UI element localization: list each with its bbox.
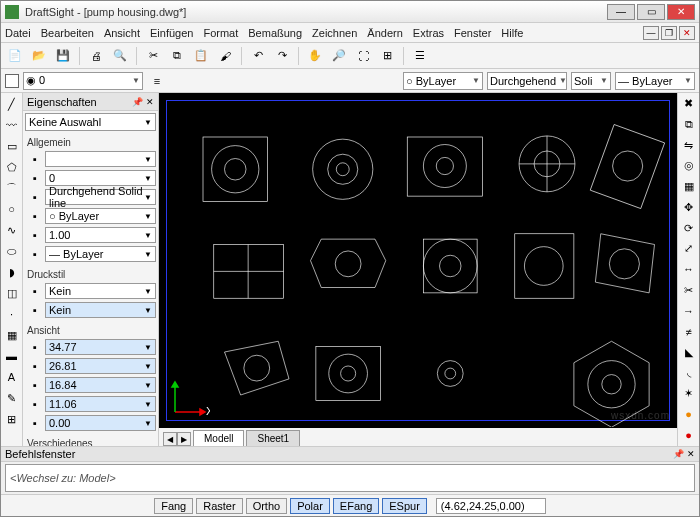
command-pin-icon[interactable]: 📌 ✕	[673, 449, 695, 459]
undo-icon[interactable]: ↶	[248, 46, 268, 66]
menu-fenster[interactable]: Fenster	[454, 27, 491, 39]
pin-icon[interactable]: 📌 ✕	[132, 97, 154, 107]
property-value[interactable]: 1.00▼	[45, 227, 156, 243]
circle-icon[interactable]: ○	[3, 200, 21, 218]
property-value[interactable]: 34.77▼	[45, 339, 156, 355]
command-input[interactable]: <Wechsel zu: Model>	[5, 464, 695, 492]
redo-icon[interactable]: ↷	[272, 46, 292, 66]
status-fang[interactable]: Fang	[154, 498, 193, 514]
table-icon[interactable]: ⊞	[3, 410, 21, 428]
paste-icon[interactable]: 📋	[191, 46, 211, 66]
offset-icon[interactable]: ◎	[680, 157, 698, 175]
close-button[interactable]: ✕	[667, 4, 695, 20]
note-icon[interactable]: ✎	[3, 389, 21, 407]
print-icon[interactable]: 🖨	[86, 46, 106, 66]
status-raster[interactable]: Raster	[196, 498, 242, 514]
polyline-icon[interactable]: 〰	[3, 116, 21, 134]
color-bylayer-combo[interactable]: ○ ByLayer▼	[403, 72, 483, 90]
linetype-combo[interactable]: Durchgehend▼	[487, 72, 567, 90]
ellipse-icon[interactable]: ⬭	[3, 242, 21, 260]
color-tool-icon[interactable]: ●	[680, 406, 698, 424]
trim-icon[interactable]: ✂	[680, 281, 698, 299]
property-value[interactable]: 0▼	[45, 170, 156, 186]
property-value[interactable]: 16.84▼	[45, 377, 156, 393]
extend-icon[interactable]: →	[680, 302, 698, 320]
explode-icon[interactable]: ✶	[680, 385, 698, 403]
copy2-icon[interactable]: ⧉	[680, 116, 698, 134]
layer-manager-icon[interactable]: ≡	[147, 71, 167, 91]
stretch-icon[interactable]: ↔	[680, 261, 698, 279]
drawing-canvas[interactable]: X wsxdn.com	[159, 93, 677, 428]
menu-bemassung[interactable]: Bemaßung	[248, 27, 302, 39]
plotstyle-combo[interactable]: — ByLayer▼	[615, 72, 695, 90]
text-icon[interactable]: A	[3, 368, 21, 386]
menu-hilfe[interactable]: Hilfe	[501, 27, 523, 39]
doc-minimize-button[interactable]: —	[643, 26, 659, 40]
doc-close-button[interactable]: ✕	[679, 26, 695, 40]
doc-restore-button[interactable]: ❐	[661, 26, 677, 40]
property-value[interactable]: ○ ByLayer▼	[45, 208, 156, 224]
scale2-icon[interactable]: ⤢	[680, 240, 698, 258]
tab-prev-icon[interactable]: ◀	[163, 432, 177, 446]
menu-einfuegen[interactable]: Einfügen	[150, 27, 193, 39]
block-icon[interactable]: ◫	[3, 284, 21, 302]
array-icon[interactable]: ▦	[680, 178, 698, 196]
arc-icon[interactable]: ⌒	[3, 179, 21, 197]
spline-icon[interactable]: ∿	[3, 221, 21, 239]
rotate-icon[interactable]: ⟳	[680, 219, 698, 237]
copy-icon[interactable]: ⧉	[167, 46, 187, 66]
menu-aendern[interactable]: Ändern	[367, 27, 402, 39]
properties-icon[interactable]: ☰	[410, 46, 430, 66]
color-swatch[interactable]	[5, 74, 19, 88]
zoom-icon[interactable]: 🔎	[329, 46, 349, 66]
move-icon[interactable]: ✥	[680, 199, 698, 217]
tab-next-icon[interactable]: ▶	[177, 432, 191, 446]
red-tool-icon[interactable]: ●	[680, 426, 698, 444]
property-value[interactable]: Kein▼	[45, 283, 156, 299]
pan-icon[interactable]: ✋	[305, 46, 325, 66]
minimize-button[interactable]: —	[607, 4, 635, 20]
rectangle-icon[interactable]: ▭	[3, 137, 21, 155]
tab-sheet1[interactable]: Sheet1	[246, 430, 300, 446]
selection-combo[interactable]: Keine Auswahl▼	[25, 113, 156, 131]
chamfer-icon[interactable]: ◣	[680, 343, 698, 361]
menu-extras[interactable]: Extras	[413, 27, 444, 39]
save-icon[interactable]: 💾	[53, 46, 73, 66]
property-value[interactable]: Durchgehend Solid line▼	[45, 189, 156, 205]
menu-bearbeiten[interactable]: Bearbeiten	[41, 27, 94, 39]
property-value[interactable]: 0.00▼	[45, 415, 156, 431]
tab-modell[interactable]: Modell	[193, 430, 244, 446]
property-value[interactable]: 11.06▼	[45, 396, 156, 412]
region-icon[interactable]: ▬	[3, 347, 21, 365]
menu-ansicht[interactable]: Ansicht	[104, 27, 140, 39]
new-icon[interactable]: 📄	[5, 46, 25, 66]
status-ortho[interactable]: Ortho	[246, 498, 288, 514]
mirror-icon[interactable]: ⇋	[680, 136, 698, 154]
lineweight-combo[interactable]: Soli▼	[571, 72, 611, 90]
brush-icon[interactable]: 🖌	[215, 46, 235, 66]
erase-icon[interactable]: ✖	[680, 95, 698, 113]
preview-icon[interactable]: 🔍	[110, 46, 130, 66]
status-efang[interactable]: EFang	[333, 498, 379, 514]
cut-icon[interactable]: ✂	[143, 46, 163, 66]
line-icon[interactable]: ╱	[3, 95, 21, 113]
zoom-extents-icon[interactable]: ⊞	[377, 46, 397, 66]
point-icon[interactable]: ·	[3, 305, 21, 323]
ellipse-arc-icon[interactable]: ◗	[3, 263, 21, 281]
polygon-icon[interactable]: ⬠	[3, 158, 21, 176]
fillet-icon[interactable]: ◟	[680, 364, 698, 382]
property-value[interactable]: ▼	[45, 151, 156, 167]
layer-combo[interactable]: ◉ 0▼	[23, 72, 143, 90]
zoom-window-icon[interactable]: ⛶	[353, 46, 373, 66]
maximize-button[interactable]: ▭	[637, 4, 665, 20]
property-value[interactable]: 26.81▼	[45, 358, 156, 374]
open-icon[interactable]: 📂	[29, 46, 49, 66]
menu-datei[interactable]: Datei	[5, 27, 31, 39]
menu-zeichnen[interactable]: Zeichnen	[312, 27, 357, 39]
hatch-icon[interactable]: ▦	[3, 326, 21, 344]
status-polar[interactable]: Polar	[290, 498, 330, 514]
menu-format[interactable]: Format	[203, 27, 238, 39]
property-value[interactable]: — ByLayer▼	[45, 246, 156, 262]
property-value[interactable]: Kein▼	[45, 302, 156, 318]
break-icon[interactable]: ≠	[680, 323, 698, 341]
